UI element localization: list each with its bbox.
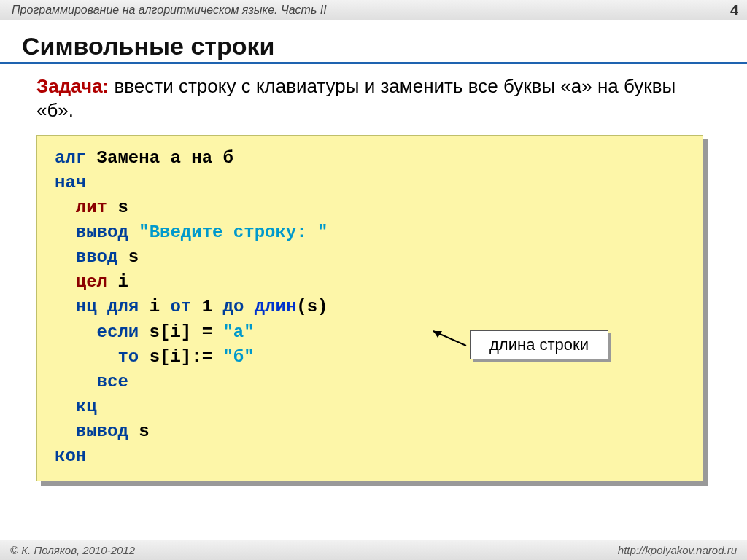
input-var: s [117, 247, 139, 267]
kw-end: кон [55, 446, 86, 466]
task-label: Задача: [36, 75, 109, 97]
output-var: s [128, 421, 150, 441]
kw-if: если [97, 322, 139, 342]
note-text: длина строки [470, 330, 608, 359]
string-a: "а" [222, 322, 254, 342]
kw-input: ввод [76, 247, 118, 267]
var-s: s [107, 198, 128, 217]
task-body: ввести строку с клавиатуры и заменить вс… [36, 75, 676, 121]
string-prompt: "Введите строку: " [139, 222, 328, 242]
code-block: алг Замена а на б нач лит s вывод "Введи… [36, 135, 703, 481]
kw-alg: алг [55, 148, 86, 168]
slide-header: Программирование на алгоритмическом язык… [0, 0, 747, 20]
fn-len: длин [255, 297, 297, 316]
task-text: Задача: ввести строку с клавиатуры и зам… [0, 74, 747, 122]
page-number: 4 [730, 2, 738, 19]
var-i: i [107, 272, 128, 292]
kw-to: до [222, 297, 244, 316]
kw-endif: все [97, 372, 128, 392]
slide-footer: © К. Поляков, 2010-2012 http://kpolyakov… [0, 540, 747, 560]
kw-int: цел [76, 272, 107, 292]
string-b: "б" [222, 347, 254, 367]
kw-output1: вывод [76, 222, 128, 242]
code-box: алг Замена а на б нач лит s вывод "Введи… [36, 135, 703, 481]
kw-endloop: кц [76, 397, 97, 416]
annotation-callout: длина строки [470, 330, 608, 359]
fn-arg: (s) [296, 297, 328, 316]
page-title: Символьные строки [0, 26, 747, 64]
header-title: Программирование на алгоритмическом язык… [12, 4, 327, 17]
kw-output2: вывод [76, 421, 128, 441]
alg-name: Замена а на б [86, 148, 233, 168]
copyright: © К. Поляков, 2010-2012 [10, 544, 135, 556]
footer-url: http://kpolyakov.narod.ru [618, 544, 737, 556]
kw-for-a: нц для [76, 297, 139, 316]
kw-begin: нач [55, 173, 86, 192]
arrow-icon [426, 327, 470, 364]
kw-then: то [117, 347, 139, 367]
kw-from: от [170, 297, 191, 316]
kw-lit: лит [76, 198, 107, 217]
